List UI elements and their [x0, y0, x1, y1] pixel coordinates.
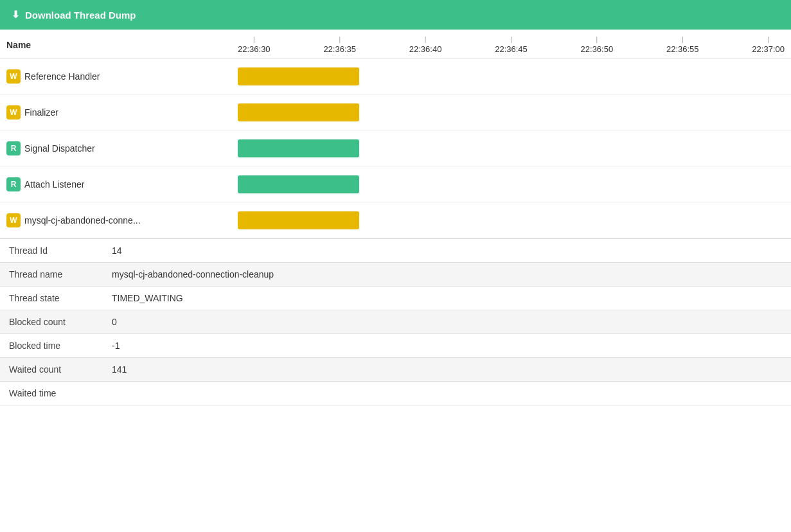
detail-table: Thread Id 14 Thread name mysql-cj-abando… [0, 239, 791, 405]
detail-row: Thread name mysql-cj-abandoned-connectio… [0, 263, 791, 287]
detail-row: Waited count 141 [0, 358, 791, 382]
detail-value: 14 [103, 239, 791, 263]
detail-row: Blocked time -1 [0, 334, 791, 358]
thread-timeline [238, 209, 791, 232]
thread-badge: W [6, 69, 21, 84]
detail-label: Waited count [0, 358, 103, 382]
thread-rows-container: W Reference Handler W Finalizer R Signal… [0, 58, 791, 238]
thread-name-label: Signal Dispatcher [24, 143, 95, 154]
thread-badge: R [6, 141, 21, 155]
download-thread-dump-button[interactable]: ⬇ Download Thread Dump [0, 0, 791, 30]
time-label: 22:36:35 [323, 36, 356, 54]
detail-row: Thread state TIMED_WAITING [0, 287, 791, 310]
detail-value: 0 [103, 310, 791, 334]
detail-value: TIMED_WAITING [103, 287, 791, 310]
chart-header: Name 22:36:3022:36:3522:36:4022:36:4522:… [0, 30, 791, 58]
column-name-header: Name [0, 40, 238, 50]
timeline-bar [238, 139, 359, 157]
thread-row[interactable]: R Attach Listener [0, 166, 791, 202]
detail-label: Blocked count [0, 310, 103, 334]
time-label: 22:36:50 [581, 36, 614, 54]
time-labels-row: 22:36:3022:36:3522:36:4022:36:4522:36:50… [238, 36, 791, 54]
download-button-label: Download Thread Dump [25, 10, 136, 21]
detail-label: Waited time [0, 382, 103, 405]
thread-name-cell: R Signal Dispatcher [0, 141, 238, 155]
thread-chart: Name 22:36:3022:36:3522:36:4022:36:4522:… [0, 30, 791, 239]
detail-label: Blocked time [0, 334, 103, 358]
time-label: 22:36:30 [238, 36, 271, 54]
thread-timeline [238, 101, 791, 124]
thread-timeline [238, 137, 791, 160]
detail-row: Blocked count 0 [0, 310, 791, 334]
thread-timeline [238, 173, 791, 196]
thread-timeline [238, 65, 791, 88]
detail-row: Waited time [0, 382, 791, 405]
thread-badge: W [6, 213, 21, 227]
detail-value: -1 [103, 334, 791, 358]
time-label: 22:36:55 [666, 36, 699, 54]
detail-row: Thread Id 14 [0, 239, 791, 263]
detail-label: Thread name [0, 263, 103, 287]
time-label: 22:36:40 [409, 36, 442, 54]
detail-value: mysql-cj-abandoned-connection-cleanup [103, 263, 791, 287]
thread-name-cell: W Reference Handler [0, 69, 238, 84]
download-icon: ⬇ [12, 9, 20, 21]
time-label: 22:36:45 [495, 36, 528, 54]
detail-value: 141 [103, 358, 791, 382]
thread-name-label: Reference Handler [24, 71, 100, 82]
timeline-bar [238, 211, 359, 229]
timeline-bar [238, 175, 359, 193]
time-label: 22:37:00 [752, 36, 785, 54]
thread-badge: W [6, 105, 21, 120]
thread-name-label: mysql-cj-abandoned-conne... [24, 215, 141, 226]
detail-label: Thread Id [0, 239, 103, 263]
thread-row[interactable]: W Finalizer [0, 94, 791, 130]
timeline-bar [238, 103, 359, 121]
timeline-bar [238, 67, 359, 85]
detail-label: Thread state [0, 287, 103, 310]
thread-name-cell: R Attach Listener [0, 177, 238, 191]
detail-value [103, 382, 791, 405]
thread-row[interactable]: R Signal Dispatcher [0, 130, 791, 166]
thread-name-label: Attach Listener [24, 179, 84, 190]
thread-row[interactable]: W Reference Handler [0, 58, 791, 94]
thread-name-cell: W Finalizer [0, 105, 238, 120]
thread-badge: R [6, 177, 21, 191]
thread-row[interactable]: W mysql-cj-abandoned-conne... [0, 202, 791, 238]
thread-name-label: Finalizer [24, 107, 58, 118]
thread-name-cell: W mysql-cj-abandoned-conne... [0, 213, 238, 227]
